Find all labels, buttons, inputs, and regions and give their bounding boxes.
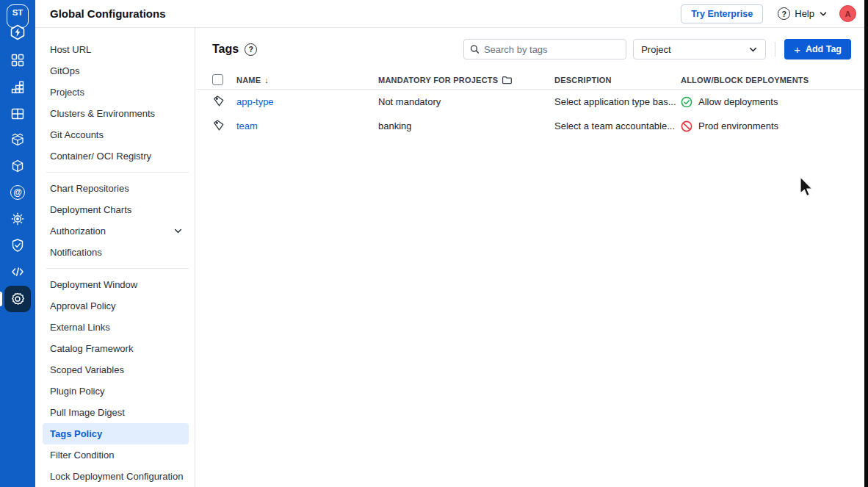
- mandatory-cell: Not mandatory: [378, 96, 554, 107]
- chevron-down-icon: [819, 10, 828, 18]
- mandatory-cell: banking: [378, 120, 554, 131]
- at-glyph: @: [13, 187, 22, 198]
- sidebar-item-container-oci-registry[interactable]: Container/ OCI Registry: [43, 145, 189, 167]
- rail-code-editor-icon[interactable]: [10, 264, 25, 279]
- allow-check-icon: [681, 96, 692, 108]
- sidebar-item-authorization[interactable]: Authorization: [43, 220, 189, 242]
- tags-policy-panel: Tags ? Project + Add Tag NAME ↓: [196, 28, 864, 487]
- sidebar-item-git-accounts[interactable]: Git Accounts: [43, 124, 189, 145]
- chevron-down-icon: [748, 45, 758, 54]
- search-input[interactable]: [484, 44, 620, 55]
- tag-name-link[interactable]: team: [236, 120, 258, 131]
- rail-helm-package-icon[interactable]: [10, 132, 25, 147]
- search-icon: [470, 44, 480, 54]
- chevron-down-icon: [173, 226, 183, 236]
- header-divider: [775, 42, 775, 57]
- table-row-app-type[interactable]: app-type Not mandatory Select applicatio…: [196, 90, 864, 114]
- screen-edge-strip: [864, 0, 868, 487]
- help-menu[interactable]: ? Help: [778, 7, 828, 20]
- tag-icon: [212, 119, 225, 131]
- app-logo[interactable]: ST: [7, 4, 29, 40]
- tags-help-icon[interactable]: ?: [245, 43, 257, 56]
- sidebar-item-external-links[interactable]: External Links: [43, 317, 189, 338]
- deployment-status-cell: Prod environments: [681, 120, 851, 132]
- search-box: [463, 39, 626, 59]
- brand-emblem-icon: [10, 24, 26, 40]
- config-sidebar: Host URL GitOps Projects Clusters & Envi…: [35, 28, 195, 487]
- help-question-icon: ?: [778, 7, 790, 20]
- sidebar-item-deployment-window[interactable]: Deployment Window: [43, 274, 189, 295]
- sidebar-section-divider: [46, 172, 189, 173]
- column-header-allow-block: ALLOW/BLOCK DEPLOYMENTS: [681, 76, 851, 84]
- tags-header: Tags ? Project + Add Tag: [196, 28, 864, 71]
- sort-descending-icon[interactable]: ↓: [264, 76, 269, 84]
- sidebar-item-scoped-variables[interactable]: Scoped Variables: [43, 359, 189, 380]
- try-enterprise-button[interactable]: Try Enterprise: [681, 4, 763, 24]
- folder-icon: [502, 75, 512, 85]
- table-row-team[interactable]: team banking Select a team accountable..…: [196, 114, 864, 138]
- sidebar-item-catalog-framework[interactable]: Catalog Framework: [43, 338, 189, 359]
- rail-stack-blocks-icon[interactable]: [10, 80, 25, 95]
- user-avatar[interactable]: A: [839, 5, 856, 22]
- sidebar-item-lock-deployment-configuration[interactable]: Lock Deployment Configuration: [43, 466, 189, 487]
- app-rail: ST: [0, 0, 35, 487]
- sidebar-item-gitops[interactable]: GitOps: [43, 60, 189, 82]
- rail-registry-icon[interactable]: @: [10, 185, 25, 200]
- plus-icon: +: [794, 44, 800, 55]
- add-tag-button[interactable]: + Add Tag: [784, 39, 851, 59]
- sidebar-item-notifications[interactable]: Notifications: [43, 242, 189, 263]
- rail-global-config-icon[interactable]: [4, 286, 31, 312]
- rail-cluster-icon[interactable]: [10, 212, 25, 226]
- sidebar-item-chart-repositories[interactable]: Chart Repositories: [43, 178, 189, 199]
- sidebar-item-deployment-charts[interactable]: Deployment Charts: [43, 199, 189, 220]
- select-all-checkbox[interactable]: [212, 74, 223, 85]
- tag-icon: [212, 95, 225, 107]
- page-title: Global Configurations: [50, 7, 166, 20]
- sidebar-item-filter-condition[interactable]: Filter Condition: [43, 444, 189, 466]
- sidebar-item-approval-policy[interactable]: Approval Policy: [43, 295, 189, 317]
- rail-jobs-icon[interactable]: [10, 107, 25, 121]
- sidebar-item-tags-policy[interactable]: Tags Policy: [43, 423, 189, 444]
- logo-text: ST: [12, 8, 23, 17]
- sidebar-item-projects[interactable]: Projects: [43, 82, 189, 103]
- rail-resource-cube-icon[interactable]: [10, 159, 25, 173]
- active-rail-indicator: [0, 292, 2, 306]
- help-label: Help: [795, 8, 814, 19]
- project-filter-dropdown[interactable]: Project: [633, 39, 766, 59]
- rail-security-shield-icon[interactable]: [10, 238, 25, 253]
- description-cell: Select a team accountable...: [554, 120, 681, 131]
- sidebar-item-plugin-policy[interactable]: Plugin Policy: [43, 380, 189, 402]
- description-cell: Select application type bas...: [554, 96, 681, 107]
- sidebar-item-pull-image-digest[interactable]: Pull Image Digest: [43, 402, 189, 423]
- sidebar-item-host-url[interactable]: Host URL: [43, 39, 189, 60]
- tag-name-link[interactable]: app-type: [236, 96, 274, 107]
- tags-table-header: NAME ↓ MANDATORY FOR PROJECTS DESCRIPTIO…: [196, 71, 864, 90]
- deployment-status-cell: Allow deployments: [681, 96, 851, 108]
- rail-applications-icon[interactable]: [10, 53, 25, 68]
- tags-title: Tags: [212, 43, 239, 56]
- top-bar: Global Configurations Try Enterprise ? H…: [35, 0, 868, 28]
- sidebar-section-divider: [46, 268, 189, 269]
- column-header-name[interactable]: NAME ↓: [236, 76, 378, 84]
- sidebar-item-clusters-environments[interactable]: Clusters & Environments: [43, 103, 189, 124]
- block-icon: [681, 120, 692, 132]
- column-header-description: DESCRIPTION: [554, 76, 681, 84]
- column-header-mandatory: MANDATORY FOR PROJECTS: [378, 75, 554, 85]
